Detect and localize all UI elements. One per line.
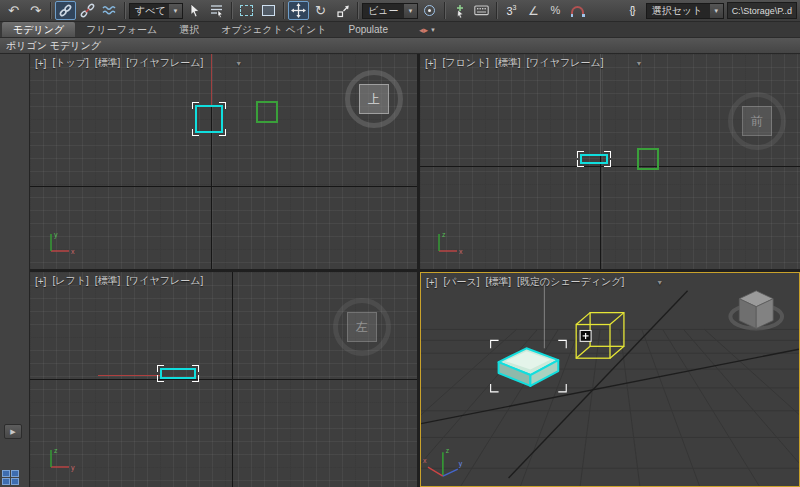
viewport-top[interactable]: [+] [トップ] [標準] [ワイヤフレーム] ▼ 上 [30, 54, 417, 269]
svg-text:x: x [423, 457, 427, 464]
named-selection-set-combo[interactable]: 選択セット ▼ [646, 3, 724, 19]
tab-object-paint[interactable]: オブジェクト ペイント [210, 22, 337, 37]
bind-to-space-warp-button[interactable] [99, 1, 120, 20]
select-and-link-button[interactable] [55, 1, 76, 20]
selection-filter-value: すべて [135, 4, 166, 18]
tab-populate[interactable]: Populate [337, 22, 398, 37]
select-and-scale-button[interactable] [332, 1, 353, 20]
project-folder-field[interactable]: C:\Storage\P..d [727, 2, 797, 19]
snap-toggle-3d-button[interactable]: 33 [501, 1, 522, 20]
viewport-menu-plus[interactable]: [+] [35, 276, 46, 287]
select-and-move-button[interactable] [288, 1, 309, 20]
select-by-name-button[interactable] [206, 1, 227, 20]
redo-button[interactable]: ↷ [25, 1, 46, 20]
viewport-left-label: [+] [レフト] [標準] [ワイヤフレーム] [35, 274, 203, 288]
chevron-down-icon[interactable]: ▼ [169, 4, 182, 18]
toolbar-separator [283, 2, 284, 19]
selected-box-left-view[interactable] [157, 365, 199, 382]
unlink-selection-button[interactable] [77, 1, 98, 20]
redo-icon: ↷ [30, 4, 41, 17]
spinner-snap-button[interactable] [567, 1, 588, 20]
viewport-standard-menu[interactable]: [標準] [95, 274, 121, 288]
viewport-menu-plus[interactable]: [+] [35, 58, 46, 69]
x-axis-guide-line [98, 375, 161, 376]
polygon-modeling-panel-title[interactable]: ポリゴン モデリング [6, 39, 101, 53]
expand-panel-button[interactable]: ▶ [4, 424, 22, 439]
ribbon-tab-bar: モデリング フリーフォーム 選択 オブジェクト ペイント Populate ◂▸… [0, 22, 800, 38]
viewport-name-menu[interactable]: [パース] [443, 275, 479, 289]
percent-snap-button[interactable]: % [545, 1, 566, 20]
reference-coordinate-dropdown[interactable]: ビュー ▼ [362, 3, 418, 19]
viewcube[interactable] [730, 291, 782, 329]
selection-filter-dropdown[interactable]: すべて ▼ [129, 3, 183, 19]
grid-axis-horizontal [30, 186, 417, 187]
viewport-name-menu[interactable]: [フロント] [442, 56, 489, 70]
viewcube-face[interactable]: 前 [742, 106, 772, 136]
viewport-degradation-icon: ▼ [635, 60, 642, 67]
edit-named-selection-sets-button[interactable]: {} [622, 1, 643, 20]
project-folder-path: C:\Storage\P..d [732, 6, 792, 16]
viewport-front[interactable]: [+] [フロント] [標準] [ワイヤフレーム] ▼ 前 [420, 54, 800, 269]
svg-text:y: y [71, 464, 75, 472]
box-wireframe-green[interactable] [637, 148, 659, 170]
viewport-standard-menu[interactable]: [標準] [485, 275, 511, 289]
chevron-down-icon[interactable]: ▼ [404, 4, 417, 18]
selected-box-top-view[interactable] [192, 102, 226, 136]
perspective-scene: z x y [421, 273, 799, 486]
viewcube[interactable]: 上 [345, 70, 403, 128]
window-crossing-icon [262, 5, 275, 16]
viewport-name-menu[interactable]: [トップ] [52, 56, 88, 70]
link-chain-icon [58, 3, 73, 18]
space-warp-waves-icon [102, 4, 117, 17]
viewcube[interactable]: 左 [333, 298, 391, 356]
chamferbox-wireframe[interactable] [160, 368, 196, 379]
broken-chain-icon [80, 3, 95, 18]
angle-snap-button[interactable]: ∠ [523, 1, 544, 20]
window-crossing-button[interactable] [258, 1, 279, 20]
viewport-shading-menu[interactable]: [ワイヤフレーム] [126, 274, 203, 288]
viewport-layout-icon[interactable] [2, 470, 19, 485]
use-center-icon [424, 5, 435, 16]
magnet-icon [571, 6, 584, 16]
undo-button[interactable]: ↶ [3, 1, 24, 20]
viewcube[interactable]: 前 [728, 92, 786, 150]
viewport-standard-menu[interactable]: [標準] [95, 56, 121, 70]
axis-tripod: x y [46, 227, 76, 257]
viewport-left[interactable]: [+] [レフト] [標準] [ワイヤフレーム] 左 [30, 272, 417, 487]
tab-freeform[interactable]: フリーフォーム [75, 22, 168, 37]
chamferbox-shaded[interactable] [499, 348, 559, 386]
keyboard-shortcut-override-button[interactable] [471, 1, 492, 20]
viewport-front-label: [+] [フロント] [標準] [ワイヤフレーム] ▼ [425, 56, 642, 70]
rectangular-selection-region-button[interactable] [236, 1, 257, 20]
grid-axis-vertical [232, 272, 233, 487]
select-object-button[interactable] [184, 1, 205, 20]
svg-text:z: z [54, 447, 58, 454]
select-and-manipulate-button[interactable] [449, 1, 470, 20]
tab-selection[interactable]: 選択 [168, 22, 210, 37]
manipulate-plus-cursor-icon [453, 4, 467, 18]
toolbar-right-group: {} 選択セット ▼ C:\Storage\P..d [622, 1, 797, 20]
tab-modeling[interactable]: モデリング [2, 22, 75, 37]
selected-box-front-view[interactable] [577, 151, 611, 167]
viewport-shading-menu[interactable]: [既定のシェーディング] [517, 275, 624, 289]
viewport-grid: [+] [トップ] [標準] [ワイヤフレーム] ▼ 上 [30, 54, 800, 487]
viewport-menu-plus[interactable]: [+] [426, 277, 437, 288]
viewport-standard-menu[interactable]: [標準] [495, 56, 521, 70]
viewport-menu-plus[interactable]: [+] [425, 58, 436, 69]
use-center-button[interactable] [419, 1, 440, 20]
ribbon-config-button[interactable]: ◂▸ ▼ [413, 22, 442, 37]
viewport-perspective[interactable]: z x y [+] [パース] [標準] [ [420, 272, 800, 487]
undo-icon: ↶ [8, 4, 19, 17]
viewport-perspective-label: [+] [パース] [標準] [既定のシェーディング] ▼ [426, 275, 663, 289]
named-selection-set-value: 選択セット [652, 4, 703, 18]
cursor-arrow-icon [188, 3, 201, 18]
chevron-down-icon: ▼ [430, 27, 436, 33]
viewport-shading-menu[interactable]: [ワイヤフレーム] [526, 56, 603, 70]
select-and-rotate-button[interactable]: ↻ [310, 1, 331, 20]
viewport-shading-menu[interactable]: [ワイヤフレーム] [126, 56, 203, 70]
chevron-down-icon[interactable]: ▼ [710, 4, 723, 18]
viewport-name-menu[interactable]: [レフト] [52, 274, 88, 288]
box-wireframe-green[interactable] [256, 101, 278, 123]
viewcube-face[interactable]: 左 [347, 312, 377, 342]
viewcube-face[interactable]: 上 [359, 84, 389, 114]
